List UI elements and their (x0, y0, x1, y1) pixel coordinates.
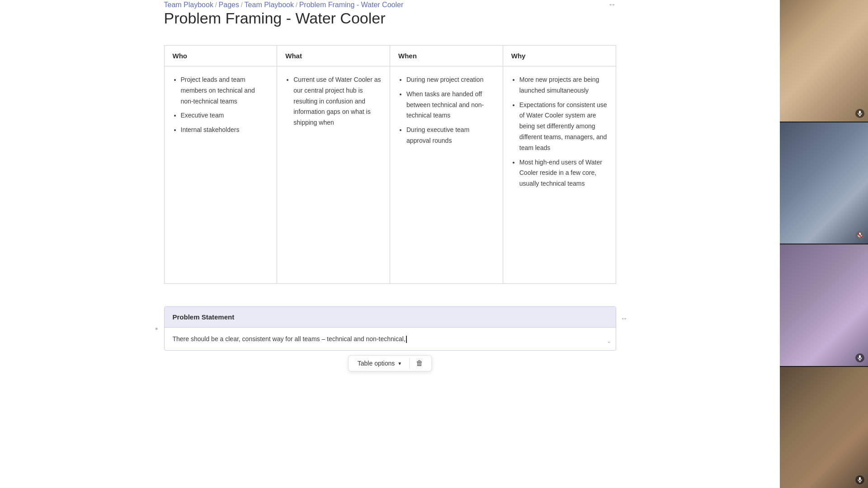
breadcrumb-team-playbook-2[interactable]: Team Playbook (245, 1, 294, 9)
what-item-1: Current use of Water Cooler as our centr… (293, 75, 382, 128)
cell-when: During new project creation When tasks a… (390, 66, 503, 284)
when-item-1: During new project creation (406, 75, 495, 85)
col-header-who: Who (164, 46, 277, 66)
page-title: Problem Framing - Water Cooler (164, 9, 616, 27)
problem-statement-block: Problem Statement There should be a clea… (164, 306, 616, 351)
chevron-down-icon: ▼ (397, 361, 402, 366)
breadcrumb: Team Playbook / Pages / Team Playbook / … (164, 0, 616, 9)
svg-rect-8 (859, 355, 861, 358)
svg-rect-0 (859, 111, 861, 114)
table-options-toolbar: Table options ▼ 🗑 (348, 355, 432, 371)
when-item-2: When tasks are handed off between techni… (406, 89, 495, 121)
why-item-3: Most high-end users of Water Cooler resi… (519, 157, 608, 189)
mic-icon-3 (855, 353, 864, 362)
breadcrumb-sep-2: / (239, 1, 245, 9)
problem-statement-header: Problem Statement (165, 307, 616, 328)
video-tile-4 (780, 367, 868, 488)
text-cursor (406, 336, 407, 343)
breadcrumb-sep-3: / (294, 1, 299, 9)
expand-arrows-icon[interactable]: ↔ (608, 0, 616, 9)
breadcrumb-sep-1: / (213, 1, 219, 9)
breadcrumb-team-playbook-1[interactable]: Team Playbook (164, 1, 213, 9)
cell-why: More new projects are being launched sim… (503, 66, 616, 284)
video-tile-1 (780, 0, 868, 122)
video-panel (780, 0, 868, 488)
col-header-why: Why (503, 46, 616, 66)
who-item-3: Internal stakeholders (181, 125, 269, 136)
video-tile-2 (780, 122, 868, 244)
table-options-label: Table options (358, 360, 395, 367)
problem-statement-text: There should be a clear, consistent way … (173, 335, 406, 343)
delete-button[interactable]: 🗑 (410, 356, 429, 371)
table-options-button[interactable]: Table options ▼ (350, 356, 409, 371)
who-item-2: Executive team (181, 110, 269, 121)
col-header-when: When (390, 46, 503, 66)
col-header-what: What (277, 46, 390, 66)
when-item-3: During executive team approval rounds (406, 125, 495, 146)
mic-icon-1 (855, 109, 864, 118)
muted-indicator (855, 231, 864, 240)
why-item-2: Expectations for consistent use of Water… (519, 100, 608, 154)
table-row: Project leads and team members on techni… (164, 66, 616, 284)
why-item-1: More new projects are being launched sim… (519, 75, 608, 96)
svg-rect-11 (859, 477, 861, 480)
breadcrumb-pages[interactable]: Pages (219, 1, 239, 9)
breadcrumb-current: Problem Framing - Water Cooler (299, 1, 404, 9)
mic-icon-4 (855, 475, 864, 484)
left-drag-handle[interactable]: ● (155, 325, 158, 332)
cell-what: Current use of Water Cooler as our centr… (277, 66, 390, 284)
problem-statement-body[interactable]: There should be a clear, consistent way … (165, 328, 616, 350)
video-tile-3 (780, 244, 868, 366)
problem-framing-table: Who What When Why Project leads and team… (164, 45, 616, 284)
cell-who: Project leads and team members on techni… (164, 66, 277, 284)
expand-icon-right[interactable]: ↔ (621, 314, 628, 323)
collapse-icon[interactable]: ⌄ (607, 337, 611, 346)
who-item-1: Project leads and team members on techni… (181, 75, 269, 107)
